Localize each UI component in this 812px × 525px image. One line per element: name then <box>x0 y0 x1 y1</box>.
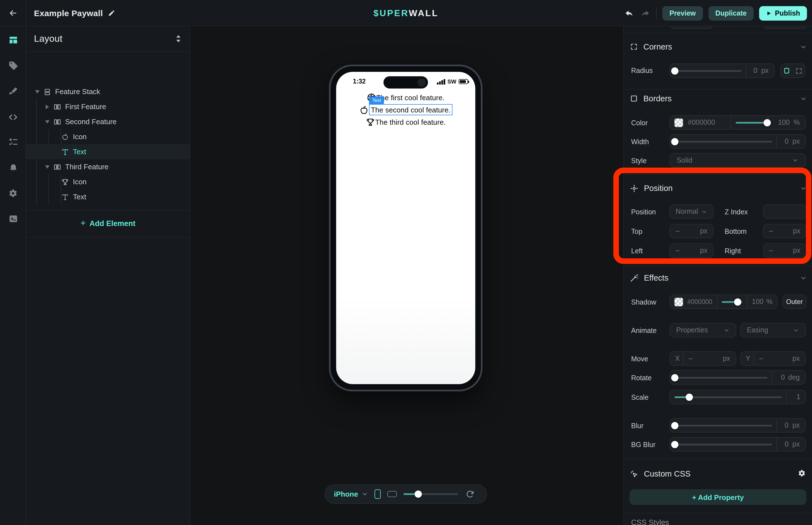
tree-item-feature-stack[interactable]: Feature Stack <box>26 84 190 99</box>
chevron-down-icon[interactable] <box>800 185 807 192</box>
scale-input[interactable]: 1 <box>670 390 806 404</box>
css-settings-gear-icon[interactable] <box>797 469 806 478</box>
chevron-down-icon[interactable] <box>800 274 807 282</box>
iphone-bezel: 1:32 SW The first cool feature. <box>331 66 481 390</box>
rail-item-products[interactable] <box>0 56 26 75</box>
rail-item-console[interactable] <box>0 209 26 228</box>
bgblur-input[interactable]: 0px <box>670 437 806 451</box>
chevron-down-icon[interactable] <box>362 491 368 497</box>
position-mode-select[interactable]: Normal <box>670 204 714 219</box>
sort-icon[interactable] <box>175 34 182 43</box>
blur-input[interactable]: 0px <box>670 418 806 433</box>
signal-bars-icon <box>437 79 445 84</box>
color-swatch[interactable] <box>674 297 684 306</box>
shadow-opacity-slider[interactable] <box>717 295 747 309</box>
individual-corners-icon[interactable] <box>795 67 802 74</box>
duplicate-button[interactable]: Duplicate <box>708 6 754 20</box>
rotate-value-box[interactable]: 0deg <box>772 371 805 384</box>
radius-value-box[interactable]: 0px <box>746 64 774 77</box>
animate-properties-select[interactable]: Properties <box>670 323 736 338</box>
tree-item-icon[interactable]: Icon <box>26 174 190 189</box>
tree-item-first-feature[interactable]: First Feature <box>26 99 190 114</box>
borders-section-header[interactable]: Borders <box>630 93 807 104</box>
shadow-hex-box[interactable]: #000000 <box>670 295 717 309</box>
selected-element-box[interactable]: Text The second cool feature. <box>369 104 453 115</box>
rail-item-layout[interactable] <box>0 31 26 49</box>
feature-row[interactable]: The first cool feature. <box>336 92 475 104</box>
bgblur-value-box[interactable]: 0px <box>776 438 805 451</box>
scale-slider[interactable] <box>670 390 786 404</box>
selection-tag: Text <box>369 96 384 104</box>
rail-item-code[interactable] <box>0 107 26 126</box>
preview-button[interactable]: Preview <box>662 6 703 20</box>
tree-item-text-selected[interactable]: Text <box>26 144 190 159</box>
radius-label: Radius <box>631 67 653 75</box>
zindex-input[interactable] <box>763 204 807 219</box>
rail-item-notifications[interactable] <box>0 158 26 177</box>
feature-row-selected[interactable]: Text The second cool feature. <box>336 104 475 116</box>
tree-item-second-feature[interactable]: Second Feature <box>26 114 190 129</box>
paywall-preview-screen[interactable]: 1:32 SW The first cool feature. <box>336 72 475 384</box>
add-element-button[interactable]: + Add Element <box>26 215 190 231</box>
border-opacity-slider[interactable] <box>731 116 768 129</box>
border-width-input[interactable]: 0px <box>670 134 806 149</box>
custom-css-section-header[interactable]: Custom CSS <box>630 469 807 479</box>
caret-down-icon[interactable] <box>34 90 41 93</box>
rail-item-theme[interactable] <box>0 82 26 101</box>
radius-slider[interactable] <box>670 64 746 77</box>
border-width-value-box[interactable]: 0px <box>776 135 805 148</box>
publish-button[interactable]: Publish <box>759 6 807 20</box>
border-width-slider[interactable] <box>670 135 776 148</box>
rotate-input[interactable]: 0deg <box>670 370 806 385</box>
tree-item-text[interactable]: Text <box>26 189 190 204</box>
rail-item-checklist[interactable] <box>0 133 26 151</box>
editor-canvas[interactable]: 1:32 SW The first cool feature. <box>190 26 623 525</box>
chevron-down-icon[interactable] <box>800 95 807 102</box>
device-select[interactable]: iPhone <box>334 490 358 498</box>
redo-icon[interactable] <box>641 8 650 18</box>
blur-value-box[interactable]: 0px <box>776 419 805 432</box>
add-property-button[interactable]: + Add Property <box>629 489 807 505</box>
bgblur-slider[interactable] <box>670 438 776 451</box>
radius-slider-input[interactable]: 0px <box>670 63 775 78</box>
position-section-header[interactable]: Position <box>630 183 807 193</box>
feature-row[interactable]: The third cool feature. <box>336 116 475 128</box>
rotate-slider[interactable] <box>670 371 772 384</box>
portrait-orientation-icon[interactable] <box>375 489 381 499</box>
right-input[interactable]: – px <box>763 243 807 258</box>
shadow-opacity-value-box[interactable]: 100% <box>747 295 777 309</box>
refresh-icon[interactable] <box>466 490 474 498</box>
border-opacity-value-box[interactable]: 100% <box>768 116 805 129</box>
blur-slider[interactable] <box>670 419 776 432</box>
landscape-orientation-icon[interactable] <box>388 491 397 497</box>
caret-right-icon[interactable] <box>44 104 51 109</box>
tree-item-third-feature[interactable]: Third Feature <box>26 159 190 174</box>
caret-down-icon[interactable] <box>44 120 51 123</box>
move-y-input[interactable]: Y – px <box>740 351 806 366</box>
back-button[interactable] <box>0 0 26 26</box>
edit-pencil-icon[interactable] <box>108 10 115 17</box>
shadow-opacity-value: 100 <box>752 298 764 306</box>
corners-section-header[interactable]: Corners <box>630 42 807 52</box>
color-hex-box[interactable]: #000000 <box>670 116 731 129</box>
zoom-slider[interactable] <box>404 490 458 498</box>
effects-section-header[interactable]: Effects <box>630 273 807 283</box>
left-input[interactable]: – px <box>670 243 714 258</box>
radius-mode-toggle[interactable] <box>780 63 805 78</box>
top-input[interactable]: – px <box>670 224 714 238</box>
move-x-input[interactable]: X – px <box>670 351 736 366</box>
caret-down-icon[interactable] <box>44 165 51 168</box>
scale-value-box[interactable]: 1 <box>786 390 805 404</box>
border-color-input[interactable]: #000000 100% <box>670 115 806 130</box>
shadow-color-input[interactable]: #000000 100% <box>670 295 778 309</box>
shadow-mode-button[interactable]: Outer <box>782 295 807 309</box>
border-style-select[interactable]: Solid <box>670 153 806 168</box>
chevron-down-icon[interactable] <box>800 43 807 51</box>
uniform-radius-icon[interactable] <box>783 67 791 75</box>
bottom-input[interactable]: – px <box>763 224 807 238</box>
color-swatch[interactable] <box>674 118 684 127</box>
rail-item-settings[interactable] <box>0 184 26 202</box>
animate-easing-select[interactable]: Easing <box>740 323 806 338</box>
undo-icon[interactable] <box>624 8 634 18</box>
tree-item-icon[interactable]: Icon <box>26 129 190 144</box>
